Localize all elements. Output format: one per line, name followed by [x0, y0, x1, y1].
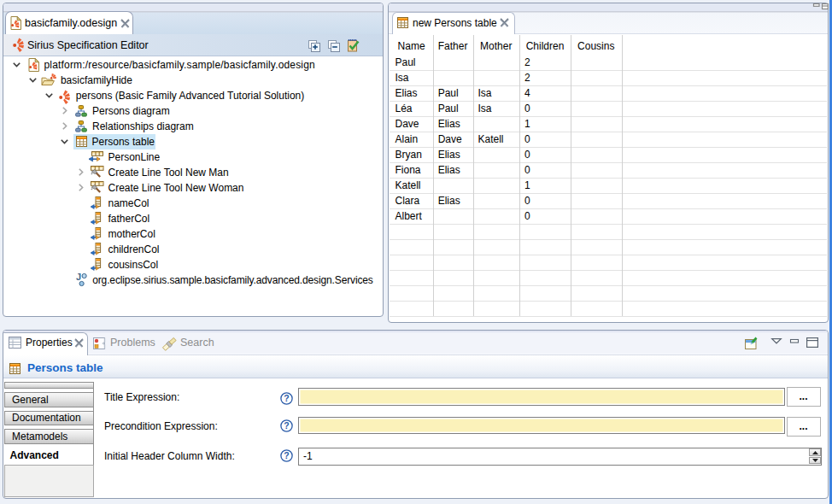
svg-text:?: ? [284, 393, 289, 403]
svg-text:J: J [76, 272, 81, 282]
svg-text:?: ? [284, 420, 289, 431]
svg-text:?: ? [284, 450, 289, 460]
